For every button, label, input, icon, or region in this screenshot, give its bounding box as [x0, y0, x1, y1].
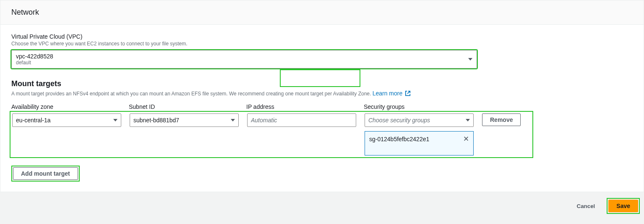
security-group-tag: sg-0124b5fefbc2422e1: [365, 131, 474, 155]
mount-targets-heading: Mount targets: [11, 79, 633, 88]
vpc-subvalue: default: [16, 60, 53, 66]
caret-down-icon: [113, 119, 117, 121]
external-link-icon: [405, 90, 411, 98]
vpc-dropdown[interactable]: vpc-422d8528 default: [11, 50, 477, 69]
cancel-button[interactable]: Cancel: [569, 200, 603, 212]
mount-targets-description: A mount target provides an NFSv4 endpoin…: [11, 90, 633, 98]
col-header-ip: IP address: [246, 103, 355, 110]
vpc-field: Virtual Private Cloud (VPC) Choose the V…: [11, 33, 633, 69]
subnet-dropdown[interactable]: subnet-bd881bd7: [130, 113, 239, 127]
col-header-sg: Security groups: [364, 103, 473, 110]
remove-sg-tag-button[interactable]: [463, 136, 469, 143]
col-header-remove-spacer: [481, 103, 483, 110]
close-icon: [463, 136, 469, 142]
az-dropdown[interactable]: eu-central-1a: [12, 113, 121, 127]
caret-down-icon: [468, 58, 472, 61]
caret-down-icon: [231, 119, 235, 121]
save-button[interactable]: Save: [608, 200, 638, 212]
vpc-value: vpc-422d8528: [16, 53, 53, 60]
add-mount-target-button[interactable]: Add mount target: [13, 167, 78, 180]
remove-mount-target-button[interactable]: Remove: [482, 113, 521, 126]
vpc-help: Choose the VPC where you want EC2 instan…: [11, 41, 633, 47]
mount-target-row: eu-central-1a subnet-bd881bd7: [12, 113, 531, 155]
mount-targets-description-text: A mount target provides an NFSv4 endpoin…: [11, 91, 373, 97]
subnet-value: subnet-bd881bd7: [133, 117, 179, 124]
col-header-az: Availability zone: [11, 103, 120, 110]
security-groups-dropdown[interactable]: Choose security groups: [365, 113, 474, 127]
caret-down-icon: [466, 119, 470, 121]
learn-more-link[interactable]: Learn more: [373, 90, 411, 97]
vpc-label: Virtual Private Cloud (VPC): [11, 33, 633, 40]
sg-placeholder: Choose security groups: [368, 117, 430, 124]
col-header-subnet: Subnet ID: [129, 103, 238, 110]
security-group-tag-text: sg-0124b5fefbc2422e1: [369, 136, 429, 142]
learn-more-text: Learn more: [373, 90, 404, 97]
ip-address-input[interactable]: [247, 113, 356, 127]
az-value: eu-central-1a: [16, 117, 51, 124]
panel-title: Network: [0, 0, 644, 25]
